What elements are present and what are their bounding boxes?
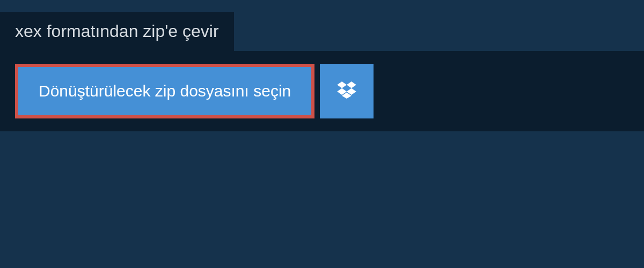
header-tab: xex formatından zip'e çevir [0,12,234,51]
dropbox-icon [337,81,356,101]
dropbox-button[interactable] [320,64,374,118]
content-panel: Dönüştürülecek zip dosyasını seçin [0,51,644,131]
button-row: Dönüştürülecek zip dosyasını seçin [15,64,629,118]
select-file-label: Dönüştürülecek zip dosyasını seçin [39,82,291,100]
select-file-button[interactable]: Dönüştürülecek zip dosyasını seçin [15,64,314,118]
page-title: xex formatından zip'e çevir [15,21,219,41]
